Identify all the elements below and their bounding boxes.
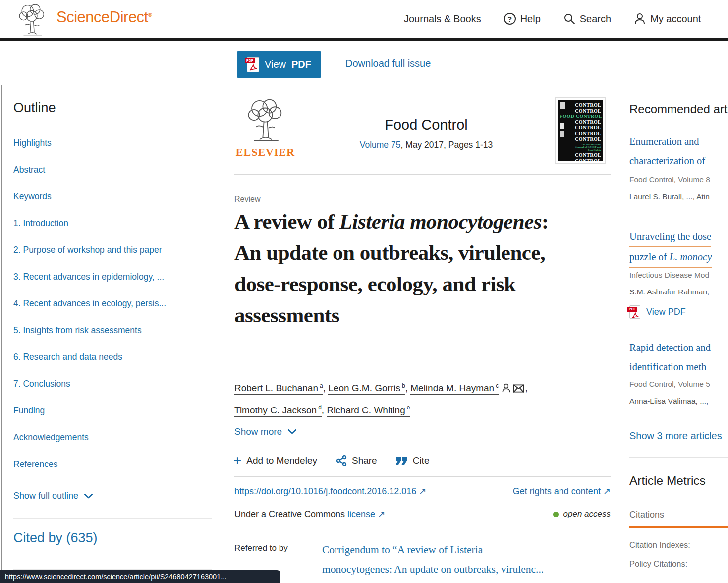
nav-my-account[interactable]: My account	[634, 13, 701, 25]
species-name-italic: L. monocy	[670, 251, 712, 262]
article-title: A review of Listeria monocytogenes: An u…	[234, 206, 556, 331]
article-category: Review	[234, 195, 260, 204]
mail-icon	[513, 384, 524, 393]
outline-item-ecology[interactable]: 4. Recent advances in ecology, persis...	[13, 290, 217, 317]
author-link[interactable]: Melinda M. Haymanc	[410, 383, 499, 395]
share-icon	[336, 455, 347, 466]
user-icon	[634, 13, 646, 25]
show-more-authors-link[interactable]: Show more	[234, 426, 296, 437]
chevron-down-icon	[288, 429, 296, 434]
outline-item-highlights[interactable]: Highlights	[13, 129, 217, 156]
window-edge	[1, 2, 2, 583]
citations-tab-underline	[629, 526, 728, 528]
external-link-icon: ↗	[419, 486, 426, 496]
journal-issue-info: Volume 75, May 2017, Pages 1-13	[287, 140, 565, 150]
policy-citations-label: Policy Citations:	[629, 559, 687, 569]
corrigendum-link[interactable]: Corrigendum to “A review of Listeria mon…	[322, 540, 607, 579]
recommended-article-1-source: Food Control, Volume 8	[629, 175, 728, 184]
referred-to-by-label: Referred to by	[234, 543, 288, 553]
nav-help[interactable]: ? Help	[504, 13, 541, 25]
outline-item-conclusions[interactable]: 7. Conclusions	[13, 370, 217, 397]
recommended-article-1-authors: Laurel S. Burall, ..., Atin	[629, 192, 728, 201]
search-icon	[563, 13, 575, 25]
sciencedirect-article-page: { "colors": { "brand_orange": "#e9711c",…	[0, 0, 728, 583]
get-rights-link[interactable]: Get rights and content ↗	[513, 486, 611, 497]
outline-item-introduction[interactable]: 1. Introduction	[13, 210, 217, 236]
article-metrics-title: Article Metrics	[629, 474, 706, 488]
recommended-articles-title: Recommended articles	[629, 102, 728, 116]
recommended-article-3-authors: Anna-Liisa Välimaa, ...,	[629, 397, 728, 406]
recommended-article-2-authors: S.M. Ashrafur Rahman,	[629, 288, 728, 296]
open-access-badge: open access	[553, 509, 611, 519]
author-link[interactable]: Leon G.M. Gorrisb	[328, 383, 405, 395]
journal-banner: Food Control Volume 75, May 2017, Pages …	[287, 117, 565, 150]
species-name-italic: Listeria monocytogenes	[339, 210, 542, 233]
outline-item-purpose[interactable]: 2. Purpose of workshop and this paper	[13, 236, 217, 263]
author-link[interactable]: Richard C. Whitinge	[327, 405, 410, 417]
outline-item-acknowledgements[interactable]: Acknowledgements	[13, 424, 217, 451]
show-full-outline-link[interactable]: Show full outline	[13, 491, 93, 501]
brand-text: ScienceDirect	[56, 8, 148, 26]
sidebar-divider-bottom	[13, 569, 212, 570]
content-divider	[234, 476, 611, 477]
author-list: Robert L. Buchanana, Leon G.M. Gorrisb, …	[234, 377, 611, 419]
outline-item-epidemiology[interactable]: 3. Recent advances in epidemiology, ...	[13, 263, 217, 290]
chevron-down-icon	[84, 494, 93, 499]
citation-indexes-label: Citation Indexes:	[629, 540, 690, 550]
cite-button[interactable]: Cite	[396, 455, 430, 466]
show-more-articles-link[interactable]: Show 3 more articles	[629, 430, 722, 442]
recommended-article-3-source: Food Control, Volume 5	[629, 380, 728, 389]
nav-search[interactable]: Search	[563, 13, 611, 25]
header-divider-bar	[0, 38, 728, 41]
pdf-icon: PDF	[247, 57, 259, 72]
doi-link[interactable]: https://doi.org/10.1016/j.foodcont.2016.…	[234, 486, 426, 497]
help-icon: ?	[504, 13, 516, 25]
registered-mark: ®	[148, 12, 152, 18]
recommended-article-3-link[interactable]: Rapid detection and identification meth	[629, 338, 728, 377]
open-access-dot-icon	[553, 512, 559, 517]
outline-item-keywords[interactable]: Keywords	[13, 183, 217, 210]
volume-link[interactable]: Volume 75	[360, 140, 401, 150]
cite-quote-icon	[396, 456, 408, 465]
download-full-issue-link[interactable]: Download full issue	[345, 58, 431, 69]
license-row: Under a Creative Commons license ↗ open …	[234, 509, 611, 520]
nav-journals-books[interactable]: Journals & Books	[404, 13, 481, 25]
citations-tab[interactable]: Citations	[629, 510, 664, 520]
doi-row: https://doi.org/10.1016/j.foodcont.2016.…	[234, 486, 611, 497]
add-to-mendeley-button[interactable]: + Add to Mendeley	[233, 455, 317, 466]
header-nav: Journals & Books ? Help Search My accoun…	[404, 0, 701, 38]
journal-cover-art: CONTROL CONTROL FOOD CONTROL CONTROL CON…	[558, 100, 603, 161]
cited-by-link[interactable]: Cited by (635)	[13, 530, 98, 546]
recommended-article-1-link[interactable]: Enumeration and characterization of	[629, 132, 728, 171]
external-link-icon: ↗	[603, 486, 611, 496]
elsevier-tree-icon	[12, 2, 53, 37]
external-link-icon: ↗	[378, 509, 385, 519]
recommended-article-2-source: Infectious Disease Mod	[629, 271, 728, 280]
recommended-view-pdf-link[interactable]: PDF View PDF	[629, 305, 686, 319]
pdf-icon: PDF	[629, 305, 640, 319]
brand-logo[interactable]: ScienceDirect®	[56, 8, 152, 26]
banner-divider	[234, 174, 611, 175]
author-link[interactable]: Robert L. Buchanana	[234, 383, 323, 395]
sidebar-divider	[13, 518, 212, 519]
outline-item-research-needs[interactable]: 6. Research and data needs	[13, 344, 217, 370]
article-actions: + Add to Mendeley Share Cite	[233, 455, 429, 466]
outline-item-references[interactable]: References	[13, 451, 217, 477]
outline-item-risk-assessments[interactable]: 5. Insights from risk assessments	[13, 317, 217, 344]
share-button[interactable]: Share	[336, 455, 377, 466]
outline-list: Highlights Abstract Keywords 1. Introduc…	[13, 129, 217, 477]
outline-item-abstract[interactable]: Abstract	[13, 156, 217, 183]
cover-logo-chip	[560, 102, 565, 109]
outline-item-funding[interactable]: Funding	[13, 397, 217, 424]
status-url: https://www.sciencedirect.com/science/ar…	[5, 573, 226, 581]
corresponding-author-icons	[502, 380, 524, 399]
license-text: Under a Creative Commons license ↗	[234, 509, 385, 520]
person-icon	[502, 383, 511, 393]
license-link[interactable]: license ↗	[347, 509, 385, 519]
journal-title-link[interactable]: Food Control	[287, 117, 565, 133]
journal-cover-thumbnail[interactable]: CONTROL CONTROL FOOD CONTROL CONTROL CON…	[555, 97, 606, 164]
recommended-article-2-link[interactable]: Unraveling the dose puzzle of L. monocy	[629, 227, 728, 268]
author-link[interactable]: Timothy C. Jacksond	[234, 405, 322, 417]
view-pdf-button[interactable]: PDF ViewPDF	[237, 51, 321, 78]
top-header: ScienceDirect® Journals & Books ? Help S…	[0, 0, 728, 38]
